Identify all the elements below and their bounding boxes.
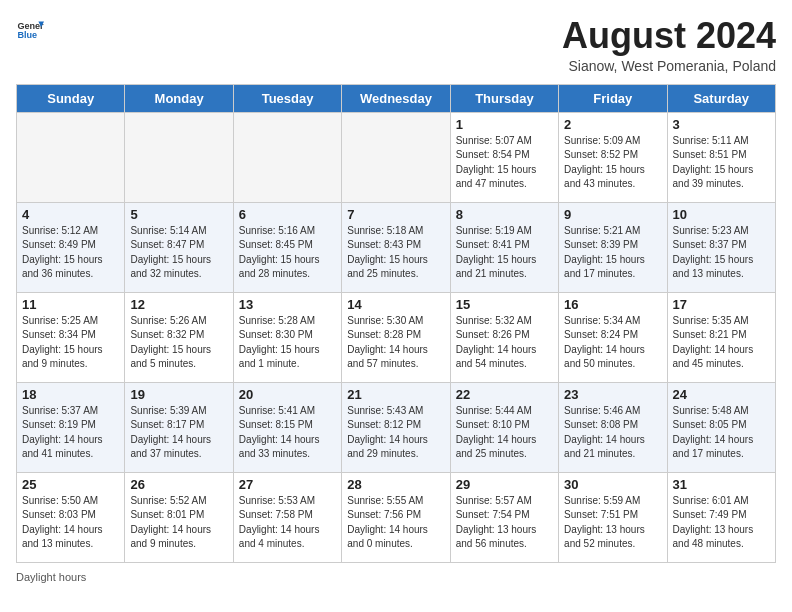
day-info: Sunrise: 5:28 AMSunset: 8:30 PMDaylight:… <box>239 314 336 372</box>
calendar-day-cell: 8Sunrise: 5:19 AMSunset: 8:41 PMDaylight… <box>450 202 558 292</box>
calendar-day-cell: 15Sunrise: 5:32 AMSunset: 8:26 PMDayligh… <box>450 292 558 382</box>
calendar-day-cell: 1Sunrise: 5:07 AMSunset: 8:54 PMDaylight… <box>450 112 558 202</box>
day-info: Sunrise: 6:01 AMSunset: 7:49 PMDaylight:… <box>673 494 770 552</box>
day-info: Sunrise: 5:46 AMSunset: 8:08 PMDaylight:… <box>564 404 661 462</box>
day-number: 11 <box>22 297 119 312</box>
day-info: Sunrise: 5:35 AMSunset: 8:21 PMDaylight:… <box>673 314 770 372</box>
calendar-day-header: Thursday <box>450 84 558 112</box>
calendar-day-cell <box>17 112 125 202</box>
day-info: Sunrise: 5:57 AMSunset: 7:54 PMDaylight:… <box>456 494 553 552</box>
day-number: 26 <box>130 477 227 492</box>
logo-icon: General Blue <box>16 16 44 44</box>
calendar-day-header: Saturday <box>667 84 775 112</box>
calendar-day-cell: 17Sunrise: 5:35 AMSunset: 8:21 PMDayligh… <box>667 292 775 382</box>
day-number: 15 <box>456 297 553 312</box>
day-info: Sunrise: 5:21 AMSunset: 8:39 PMDaylight:… <box>564 224 661 282</box>
day-number: 20 <box>239 387 336 402</box>
day-info: Sunrise: 5:14 AMSunset: 8:47 PMDaylight:… <box>130 224 227 282</box>
logo: General Blue <box>16 16 44 44</box>
calendar-day-cell: 24Sunrise: 5:48 AMSunset: 8:05 PMDayligh… <box>667 382 775 472</box>
calendar-week-row: 18Sunrise: 5:37 AMSunset: 8:19 PMDayligh… <box>17 382 776 472</box>
day-number: 17 <box>673 297 770 312</box>
day-number: 30 <box>564 477 661 492</box>
calendar-day-cell: 14Sunrise: 5:30 AMSunset: 8:28 PMDayligh… <box>342 292 450 382</box>
title-block: August 2024 Sianow, West Pomerania, Pola… <box>562 16 776 74</box>
calendar-day-cell: 13Sunrise: 5:28 AMSunset: 8:30 PMDayligh… <box>233 292 341 382</box>
calendar-day-header: Tuesday <box>233 84 341 112</box>
day-info: Sunrise: 5:30 AMSunset: 8:28 PMDaylight:… <box>347 314 444 372</box>
svg-text:Blue: Blue <box>17 30 37 40</box>
day-info: Sunrise: 5:16 AMSunset: 8:45 PMDaylight:… <box>239 224 336 282</box>
day-info: Sunrise: 5:23 AMSunset: 8:37 PMDaylight:… <box>673 224 770 282</box>
calendar-day-cell: 25Sunrise: 5:50 AMSunset: 8:03 PMDayligh… <box>17 472 125 562</box>
day-info: Sunrise: 5:48 AMSunset: 8:05 PMDaylight:… <box>673 404 770 462</box>
month-year-title: August 2024 <box>562 16 776 56</box>
day-number: 1 <box>456 117 553 132</box>
calendar-day-header: Monday <box>125 84 233 112</box>
calendar-day-cell: 22Sunrise: 5:44 AMSunset: 8:10 PMDayligh… <box>450 382 558 472</box>
day-info: Sunrise: 5:32 AMSunset: 8:26 PMDaylight:… <box>456 314 553 372</box>
calendar-day-cell: 16Sunrise: 5:34 AMSunset: 8:24 PMDayligh… <box>559 292 667 382</box>
day-info: Sunrise: 5:43 AMSunset: 8:12 PMDaylight:… <box>347 404 444 462</box>
day-info: Sunrise: 5:25 AMSunset: 8:34 PMDaylight:… <box>22 314 119 372</box>
location-subtitle: Sianow, West Pomerania, Poland <box>562 58 776 74</box>
calendar-day-cell: 6Sunrise: 5:16 AMSunset: 8:45 PMDaylight… <box>233 202 341 292</box>
calendar-header-row: SundayMondayTuesdayWednesdayThursdayFrid… <box>17 84 776 112</box>
day-number: 7 <box>347 207 444 222</box>
day-info: Sunrise: 5:12 AMSunset: 8:49 PMDaylight:… <box>22 224 119 282</box>
day-info: Sunrise: 5:26 AMSunset: 8:32 PMDaylight:… <box>130 314 227 372</box>
day-info: Sunrise: 5:34 AMSunset: 8:24 PMDaylight:… <box>564 314 661 372</box>
calendar-day-cell: 23Sunrise: 5:46 AMSunset: 8:08 PMDayligh… <box>559 382 667 472</box>
calendar-day-header: Wednesday <box>342 84 450 112</box>
day-number: 10 <box>673 207 770 222</box>
calendar-week-row: 11Sunrise: 5:25 AMSunset: 8:34 PMDayligh… <box>17 292 776 382</box>
day-number: 24 <box>673 387 770 402</box>
day-number: 13 <box>239 297 336 312</box>
day-number: 31 <box>673 477 770 492</box>
calendar-day-cell: 20Sunrise: 5:41 AMSunset: 8:15 PMDayligh… <box>233 382 341 472</box>
calendar-day-header: Friday <box>559 84 667 112</box>
calendar-day-cell: 19Sunrise: 5:39 AMSunset: 8:17 PMDayligh… <box>125 382 233 472</box>
calendar-week-row: 1Sunrise: 5:07 AMSunset: 8:54 PMDaylight… <box>17 112 776 202</box>
calendar-day-cell: 21Sunrise: 5:43 AMSunset: 8:12 PMDayligh… <box>342 382 450 472</box>
day-info: Sunrise: 5:44 AMSunset: 8:10 PMDaylight:… <box>456 404 553 462</box>
calendar-day-cell: 12Sunrise: 5:26 AMSunset: 8:32 PMDayligh… <box>125 292 233 382</box>
calendar-day-cell <box>125 112 233 202</box>
day-number: 16 <box>564 297 661 312</box>
daylight-hours-label: Daylight hours <box>16 571 86 583</box>
calendar-week-row: 25Sunrise: 5:50 AMSunset: 8:03 PMDayligh… <box>17 472 776 562</box>
calendar-day-cell: 11Sunrise: 5:25 AMSunset: 8:34 PMDayligh… <box>17 292 125 382</box>
day-number: 14 <box>347 297 444 312</box>
day-number: 29 <box>456 477 553 492</box>
calendar-day-cell: 18Sunrise: 5:37 AMSunset: 8:19 PMDayligh… <box>17 382 125 472</box>
day-number: 12 <box>130 297 227 312</box>
calendar-footer: Daylight hours <box>16 571 776 583</box>
day-info: Sunrise: 5:37 AMSunset: 8:19 PMDaylight:… <box>22 404 119 462</box>
calendar-day-cell: 27Sunrise: 5:53 AMSunset: 7:58 PMDayligh… <box>233 472 341 562</box>
day-number: 8 <box>456 207 553 222</box>
day-info: Sunrise: 5:50 AMSunset: 8:03 PMDaylight:… <box>22 494 119 552</box>
calendar-day-cell: 29Sunrise: 5:57 AMSunset: 7:54 PMDayligh… <box>450 472 558 562</box>
day-number: 25 <box>22 477 119 492</box>
day-number: 9 <box>564 207 661 222</box>
day-info: Sunrise: 5:19 AMSunset: 8:41 PMDaylight:… <box>456 224 553 282</box>
calendar-day-cell <box>233 112 341 202</box>
day-number: 5 <box>130 207 227 222</box>
calendar-day-cell: 26Sunrise: 5:52 AMSunset: 8:01 PMDayligh… <box>125 472 233 562</box>
day-number: 3 <box>673 117 770 132</box>
calendar-day-cell: 2Sunrise: 5:09 AMSunset: 8:52 PMDaylight… <box>559 112 667 202</box>
calendar-week-row: 4Sunrise: 5:12 AMSunset: 8:49 PMDaylight… <box>17 202 776 292</box>
day-info: Sunrise: 5:52 AMSunset: 8:01 PMDaylight:… <box>130 494 227 552</box>
day-info: Sunrise: 5:59 AMSunset: 7:51 PMDaylight:… <box>564 494 661 552</box>
day-number: 21 <box>347 387 444 402</box>
day-number: 19 <box>130 387 227 402</box>
calendar-day-header: Sunday <box>17 84 125 112</box>
calendar-day-cell: 9Sunrise: 5:21 AMSunset: 8:39 PMDaylight… <box>559 202 667 292</box>
day-info: Sunrise: 5:11 AMSunset: 8:51 PMDaylight:… <box>673 134 770 192</box>
day-info: Sunrise: 5:39 AMSunset: 8:17 PMDaylight:… <box>130 404 227 462</box>
calendar-day-cell: 5Sunrise: 5:14 AMSunset: 8:47 PMDaylight… <box>125 202 233 292</box>
day-info: Sunrise: 5:18 AMSunset: 8:43 PMDaylight:… <box>347 224 444 282</box>
day-number: 22 <box>456 387 553 402</box>
calendar-day-cell: 10Sunrise: 5:23 AMSunset: 8:37 PMDayligh… <box>667 202 775 292</box>
calendar-day-cell: 30Sunrise: 5:59 AMSunset: 7:51 PMDayligh… <box>559 472 667 562</box>
